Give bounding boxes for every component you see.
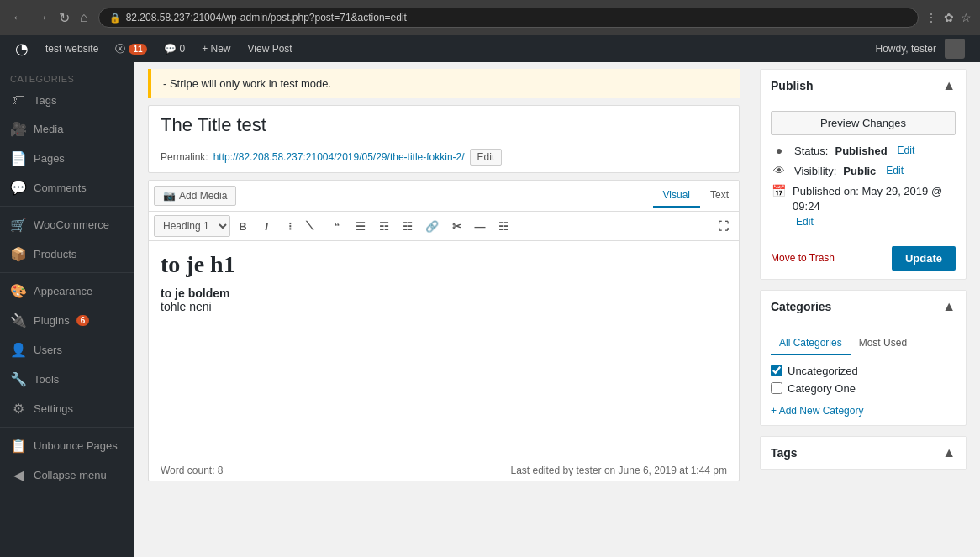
tools-label: Tools [34,373,59,386]
back-button[interactable]: ← [8,8,29,28]
sidebar-item-unbounce[interactable]: 📋 Unbounce Pages [0,431,134,460]
reload-button[interactable]: ↻ [55,8,73,28]
sidebar-item-tags[interactable]: 🏷 Tags [0,86,134,114]
uncategorized-checkbox[interactable] [771,365,782,376]
unbounce-label: Unbounce Pages [34,439,118,452]
permalink-row: Permalink: http://82.208.58.237:21004/20… [149,145,739,172]
fullscreen-btn[interactable]: ⛶ [712,215,734,237]
comments-count: 0 [180,43,186,55]
editor-body[interactable]: to je h1 to je boldem tohle neni [149,241,739,460]
bold-btn[interactable]: B [232,215,254,237]
category-one-checkbox[interactable] [771,382,782,394]
visibility-edit-link[interactable]: Edit [886,165,904,176]
more-icon[interactable]: ⋮ [925,11,937,24]
post-title-wrap: Permalink: http://82.208.58.237:21004/20… [148,105,740,173]
home-button[interactable]: ⌂ [76,8,92,28]
move-to-trash-link[interactable]: Move to Trash [771,252,835,264]
tab-visual[interactable]: Visual [653,184,700,208]
unlink-btn[interactable]: ✂ [445,215,467,237]
permalink-label: Permalink: [161,151,208,163]
blockquote-btn[interactable]: “ [326,215,348,237]
editor-tabs: Visual Text [653,184,739,208]
avatar [945,39,965,59]
sidebar-item-tools[interactable]: 🔧 Tools [0,365,134,394]
permalink-link[interactable]: http://82.208.58.237:21004/2019/05/29/th… [213,151,465,163]
add-media-btn[interactable]: 📷 Add Media [154,186,236,206]
sidebar-item-plugins[interactable]: 🔌 Plugins 6 [0,306,134,335]
ul-btn[interactable]: ⁝ [279,215,301,237]
sidebar-item-products[interactable]: 📦 Products [0,239,134,269]
view-post-item[interactable]: View Post [240,35,301,62]
tab-text[interactable]: Text [700,184,739,208]
editor-container: 📷 Add Media Visual Text Heading 1 Paragr… [148,180,740,481]
sidebar-item-woocommerce[interactable]: 🛒 WooCommerce [0,210,134,239]
calendar-icon: 📅 [771,184,786,197]
tags-icon: 🏷 [10,92,27,108]
editor-bold-content: to je boldem [161,286,727,300]
tags-label: Tags [34,94,56,107]
sidebar-item-appearance[interactable]: 🎨 Appearance [0,276,134,306]
address-bar[interactable]: 🔒 82.208.58.237:21004/wp-admin/post.php?… [98,8,919,28]
status-value: Published [835,145,887,157]
permalink-edit-btn[interactable]: Edit [470,149,503,166]
align-right-btn[interactable]: ☷ [397,215,419,237]
table-btn[interactable]: ☷ [493,215,514,237]
sidebar-item-media[interactable]: 🎥 Media [0,114,134,144]
tags-metabox-header[interactable]: Tags ▲ [761,437,966,469]
sidebar-divider-1 [0,206,134,207]
status-edit-link[interactable]: Edit [898,145,915,156]
add-new-category-link[interactable]: + Add New Category [771,405,863,417]
tags-title: Tags [771,446,798,460]
wp-content: - Stripe will only work in test mode. Pe… [134,62,753,557]
sidebar-item-users[interactable]: 👤 Users [0,335,134,365]
align-center-btn[interactable]: ☶ [373,215,395,237]
products-icon: 📦 [10,246,27,262]
italic-btn[interactable]: I [256,215,277,237]
published-edit-link[interactable]: Edit [796,216,814,228]
sidebar-collapse-menu[interactable]: ◀ Collapse menu [0,460,134,490]
appearance-label: Appearance [34,285,92,297]
status-label: Status: [794,145,828,157]
plugins-icon: 🔌 [10,313,27,328]
forward-button[interactable]: → [32,8,52,28]
heading-select[interactable]: Heading 1 Paragraph Heading 2 Heading 3 [154,215,230,237]
new-item[interactable]: + New [193,35,239,62]
media-icon: 🎥 [10,121,27,137]
preview-changes-btn[interactable]: Preview Changes [771,111,956,135]
status-icon: ● [771,144,788,157]
browser-nav-buttons[interactable]: ← → ↻ ⌂ [8,8,92,28]
bookmark-icon[interactable]: ☆ [961,11,972,24]
align-left-btn[interactable]: ☰ [350,215,371,237]
publish-toggle-icon: ▲ [942,78,956,93]
more-btn[interactable]: — [469,215,491,237]
woocommerce-icon: 🛒 [10,217,27,233]
settings-icon: ⚙ [10,401,27,417]
list-item: Uncategorized [771,362,956,380]
editor-footer: Word count: 8 Last edited by tester on J… [149,460,739,481]
wp-logo-item[interactable]: ◔ [7,35,37,62]
link-btn[interactable]: 🔗 [420,215,444,237]
publish-metabox-header[interactable]: Publish ▲ [761,70,966,102]
post-editor: Permalink: http://82.208.58.237:21004/20… [148,105,740,481]
woocommerce-label: WooCommerce [34,218,109,231]
new-label: + New [202,43,230,55]
sidebar-item-pages[interactable]: 📄 Pages [0,144,134,173]
categories-toggle-icon: ▲ [942,299,956,314]
post-title-input[interactable] [149,106,739,145]
comments-item[interactable]: 💬 0 [155,35,194,62]
tab-most-used[interactable]: Most Used [851,332,915,355]
sidebar-item-settings[interactable]: ⚙ Settings [0,394,134,423]
sidebar-item-comments[interactable]: 💬 Comments [0,173,134,202]
updates-item[interactable]: ⓧ 11 [107,35,155,62]
categories-metabox-header[interactable]: Categories ▲ [761,291,966,323]
admin-bar-right: Howdy, tester [867,35,973,62]
tab-all-categories[interactable]: All Categories [771,332,851,355]
visibility-row: 👁 Visibility: Public Edit [771,164,956,177]
update-btn[interactable]: Update [892,246,956,271]
pocket-icon[interactable]: ✿ [944,11,954,24]
ol-btn[interactable]: ⃥ [303,215,324,237]
howdy-item[interactable]: Howdy, tester [867,35,973,62]
visibility-icon: 👁 [771,164,788,177]
editor-h1-content: to je h1 [161,251,727,278]
site-name-item[interactable]: test website [37,35,107,62]
